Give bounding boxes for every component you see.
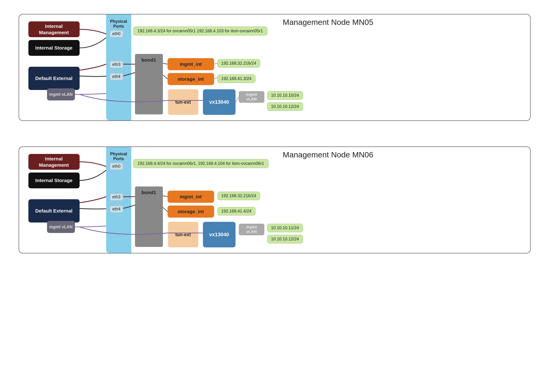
internal-mgmt-label-mn05: Internal Management xyxy=(29,21,79,37)
ip-mgmt-int-mn05: 192.168.32.216/24 xyxy=(217,59,260,68)
physical-ports-label-mn05: Physical Ports xyxy=(106,18,131,30)
default-external-label-mn06: Default External xyxy=(29,199,79,223)
ip-vx2-mn05: 10.10.10.12/24 xyxy=(267,102,303,111)
internal-storage-label-mn06: Internal Storage xyxy=(29,173,79,188)
physical-ports-label-mn06: Physical Ports xyxy=(106,150,131,163)
mn05-container: Management Node MN05 Physical Ports Inte… xyxy=(19,14,531,135)
ip-vx2-mn06: 10.10.10.12/24 xyxy=(267,235,303,243)
bond1-mn06: bond1 xyxy=(135,187,163,247)
eth3-port-mn06: eth3 xyxy=(110,193,123,201)
eth3-port-mn05: eth3 xyxy=(110,61,123,68)
ip-mgmt-int-mn06: 192.168.32.216/24 xyxy=(217,192,260,200)
mgmt-int-mn06: mgmt_int xyxy=(167,191,214,203)
ip-storage-int-mn06: 192.168.41.4/24 xyxy=(217,207,256,216)
internal-storage-label-mn05: Internal Storage xyxy=(29,40,79,56)
eth0-ip-mn05: 192.168.4.3/24 for ovcamn05r1 192.168.4.… xyxy=(133,27,267,35)
storage-int-mn05: storage_int xyxy=(167,73,214,85)
mgmt-vlan-right-mn05: mgmt vLAN xyxy=(239,91,264,103)
eth0-port-mn06: eth0 xyxy=(110,163,123,170)
vx13040-mn05: vx13040 xyxy=(203,89,236,115)
bond1-mn05: bond1 xyxy=(135,54,163,114)
eth4-port-mn05: eth4 xyxy=(110,73,123,80)
ip-vx1-mn05: 10.10.10.10/24 xyxy=(267,91,303,100)
mgmt-int-mn05: mgmt_int xyxy=(167,58,214,70)
mgmt-vlan-left-mn06: mgmt vLAN xyxy=(47,221,75,233)
tun-ext-mn06: tun-ext xyxy=(168,222,198,247)
default-external-label-mn05: Default External xyxy=(29,67,79,90)
internal-mgmt-label-mn06: Internal Management xyxy=(29,154,79,170)
vx13040-mn06: vx13040 xyxy=(203,222,236,247)
mn06-container: Management Node MN06 Physical Ports Inte… xyxy=(19,147,531,267)
mn06-title: Management Node MN06 xyxy=(131,150,526,159)
mn06-diagram: Management Node MN06 Physical Ports Inte… xyxy=(19,147,531,253)
tun-ext-mn05: tun-ext xyxy=(168,89,198,115)
ip-vx1-mn06: 10.10.10.11/24 xyxy=(267,224,303,232)
mgmt-vlan-right-mn06: mgmt vLAN xyxy=(239,224,264,235)
mgmt-vlan-left-mn05: mgmt vLAN xyxy=(47,88,75,100)
eth4-port-mn06: eth4 xyxy=(110,205,123,213)
ip-storage-int-mn05: 192.168.41.3/24 xyxy=(217,74,256,83)
mn05-diagram: Management Node MN05 Physical Ports Inte… xyxy=(19,14,531,121)
mn05-title: Management Node MN05 xyxy=(131,18,526,27)
eth0-ip-mn06: 192.168.4.4/24 for ovcamn06r1, 192.168.4… xyxy=(133,159,268,168)
storage-int-mn06: storage_int xyxy=(167,205,214,218)
eth0-port-mn05: eth0 xyxy=(110,30,123,37)
